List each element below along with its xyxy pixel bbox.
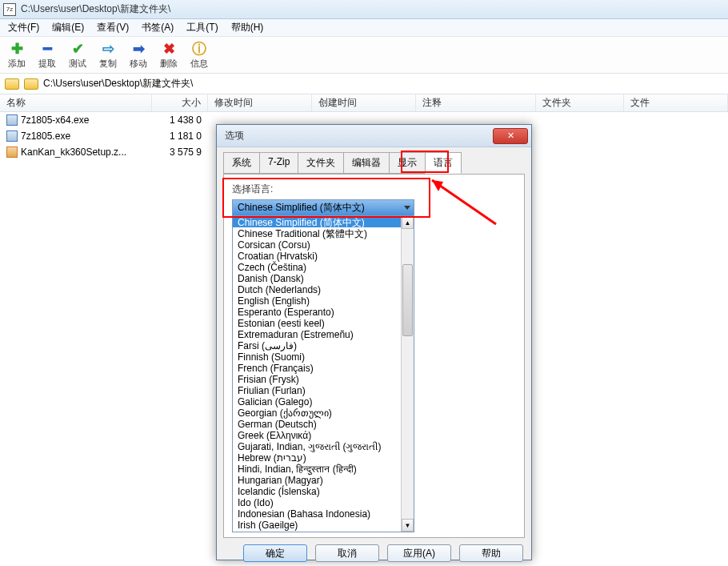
language-option[interactable]: Greek (Ελληνικά) bbox=[233, 429, 414, 440]
delete-button[interactable]: ✖ 删除 bbox=[157, 41, 181, 70]
folder-icon bbox=[24, 78, 38, 90]
tab-system[interactable]: 系统 bbox=[223, 152, 260, 174]
copy-icon: ⇨ bbox=[100, 41, 116, 57]
delete-icon: ✖ bbox=[161, 41, 177, 57]
language-option[interactable]: Hebrew (עברית) bbox=[233, 452, 414, 463]
col-name[interactable]: 名称 bbox=[0, 94, 152, 111]
dialog-body: 选择语言: Chinese Simplified (简体中文) Chinese … bbox=[223, 174, 525, 538]
language-option[interactable]: Chinese Traditional (繁體中文) bbox=[233, 227, 414, 239]
menu-edit[interactable]: 编辑(E) bbox=[47, 19, 89, 36]
menu-view[interactable]: 查看(V) bbox=[92, 19, 134, 36]
test-button[interactable]: ✔ 测试 bbox=[66, 41, 90, 70]
language-option[interactable]: French (Français) bbox=[233, 362, 414, 373]
language-option[interactable]: Friulian (Furlan) bbox=[233, 384, 414, 395]
close-icon: ✕ bbox=[507, 130, 514, 141]
dialog-buttons: 确定 取消 应用(A) 帮助 bbox=[217, 538, 531, 566]
chevron-down-icon bbox=[404, 206, 410, 210]
menubar: 文件(F) 编辑(E) 查看(V) 书签(A) 工具(T) 帮助(H) bbox=[0, 19, 728, 37]
col-comment[interactable]: 注释 bbox=[416, 94, 536, 111]
info-button[interactable]: ⓘ 信息 bbox=[187, 41, 211, 70]
cancel-button[interactable]: 取消 bbox=[315, 544, 379, 562]
language-option[interactable]: Ido (Ido) bbox=[233, 496, 414, 508]
scrollbar[interactable]: ▲ ▼ bbox=[401, 216, 414, 532]
tab-7zip[interactable]: 7-Zip bbox=[259, 152, 298, 174]
language-option[interactable]: Czech (Čeština) bbox=[233, 261, 414, 272]
tab-display[interactable]: 显示 bbox=[389, 152, 426, 174]
language-option[interactable]: Indonesian (Bahasa Indonesia) bbox=[233, 508, 414, 519]
test-label: 测试 bbox=[69, 58, 86, 70]
language-dropdown-list[interactable]: Chinese Simplified (简体中文)Chinese Traditi… bbox=[232, 216, 414, 532]
col-created[interactable]: 创建时间 bbox=[312, 94, 416, 111]
add-label: 添加 bbox=[8, 58, 26, 70]
toolbar: ✚ 添加 ━ 提取 ✔ 测试 ⇨ 复制 ➡ 移动 ✖ 删除 ⓘ 信息 bbox=[0, 37, 728, 74]
info-label: 信息 bbox=[190, 58, 208, 70]
select-language-label: 选择语言: bbox=[232, 183, 516, 196]
dialog-titlebar: 选项 ✕ bbox=[217, 125, 531, 147]
menu-tools[interactable]: 工具(T) bbox=[182, 19, 222, 36]
tab-language[interactable]: 语言 bbox=[425, 152, 462, 174]
file-size: 1 438 0 bbox=[152, 114, 208, 126]
language-option[interactable]: Georgian (ქართული) bbox=[233, 407, 414, 418]
extract-label: 提取 bbox=[38, 58, 56, 70]
dialog-title: 选项 bbox=[225, 129, 244, 143]
path-input[interactable] bbox=[43, 78, 723, 90]
file-icon bbox=[6, 130, 18, 142]
language-option[interactable]: Icelandic (Íslenska) bbox=[233, 485, 414, 496]
scroll-thumb[interactable] bbox=[402, 264, 413, 336]
file-size: 3 575 9 bbox=[152, 147, 208, 158]
language-option[interactable]: Danish (Dansk) bbox=[233, 272, 414, 283]
app-icon: 7z bbox=[3, 3, 16, 16]
col-size[interactable]: 大小 bbox=[152, 94, 208, 111]
language-option[interactable]: German (Deutsch) bbox=[233, 418, 414, 429]
help-button[interactable]: 帮助 bbox=[459, 544, 523, 562]
delete-label: 删除 bbox=[160, 58, 178, 70]
col-folder[interactable]: 文件夹 bbox=[536, 94, 624, 111]
menu-file[interactable]: 文件(F) bbox=[3, 19, 44, 36]
language-option[interactable]: Gujarati, Indian, ગુજરાતી (ગુજરાતી) bbox=[233, 440, 414, 452]
language-option[interactable]: Esperanto (Esperanto) bbox=[233, 306, 414, 317]
move-button[interactable]: ➡ 移动 bbox=[126, 41, 150, 70]
language-option[interactable]: Chinese Simplified (简体中文) bbox=[233, 216, 414, 227]
language-option[interactable]: Italian (Italiano) bbox=[233, 530, 414, 532]
window-title: C:\Users\user\Desktop\新建文件夹\ bbox=[21, 2, 170, 16]
file-size: 1 181 0 bbox=[152, 130, 208, 142]
scroll-up-icon[interactable]: ▲ bbox=[402, 216, 414, 229]
language-option[interactable]: Dutch (Nederlands) bbox=[233, 283, 414, 295]
language-option[interactable]: Irish (Gaeilge) bbox=[233, 519, 414, 530]
menu-bookmark[interactable]: 书签(A) bbox=[137, 19, 178, 36]
copy-label: 复制 bbox=[99, 58, 117, 70]
add-button[interactable]: ✚ 添加 bbox=[5, 41, 29, 70]
language-option[interactable]: English (English) bbox=[233, 295, 414, 306]
col-modified[interactable]: 修改时间 bbox=[208, 94, 312, 111]
file-name: KanKan_kk360Setup.z... bbox=[21, 147, 126, 158]
file-icon bbox=[6, 114, 18, 126]
ok-button[interactable]: 确定 bbox=[243, 544, 307, 562]
language-option[interactable]: Hindi, Indian, हिन्दुस्तान (हिन्दी) bbox=[233, 463, 414, 474]
language-option[interactable]: Croatian (Hrvatski) bbox=[233, 250, 414, 261]
menu-help[interactable]: 帮助(H) bbox=[226, 19, 269, 36]
file-icon bbox=[6, 147, 18, 158]
language-option[interactable]: Farsi (فارسی) bbox=[233, 339, 414, 351]
language-option[interactable]: Galician (Galego) bbox=[233, 395, 414, 407]
language-option[interactable]: Frisian (Frysk) bbox=[233, 373, 414, 384]
minus-icon: ━ bbox=[39, 41, 55, 57]
language-combo[interactable]: Chinese Simplified (简体中文) bbox=[232, 199, 414, 216]
copy-button[interactable]: ⇨ 复制 bbox=[96, 41, 120, 70]
apply-button[interactable]: 应用(A) bbox=[387, 544, 451, 562]
extract-button[interactable]: ━ 提取 bbox=[35, 41, 59, 70]
scroll-down-icon[interactable]: ▼ bbox=[402, 519, 414, 532]
file-name: 7z1805-x64.exe bbox=[21, 114, 89, 126]
close-button[interactable]: ✕ bbox=[493, 128, 528, 144]
check-icon: ✔ bbox=[70, 41, 86, 57]
tab-editor[interactable]: 编辑器 bbox=[343, 152, 390, 174]
tab-folders[interactable]: 文件夹 bbox=[298, 152, 344, 174]
language-option[interactable]: Corsican (Corsu) bbox=[233, 239, 414, 250]
language-option[interactable]: Hungarian (Magyar) bbox=[233, 474, 414, 485]
up-folder-icon[interactable] bbox=[5, 78, 19, 90]
col-file[interactable]: 文件 bbox=[624, 94, 728, 111]
language-option[interactable]: Finnish (Suomi) bbox=[233, 351, 414, 362]
language-option[interactable]: Extremaduran (Estremeñu) bbox=[233, 328, 414, 339]
move-icon: ➡ bbox=[130, 41, 146, 57]
language-option[interactable]: Estonian (eesti keel) bbox=[233, 317, 414, 328]
pathbar bbox=[0, 74, 728, 94]
